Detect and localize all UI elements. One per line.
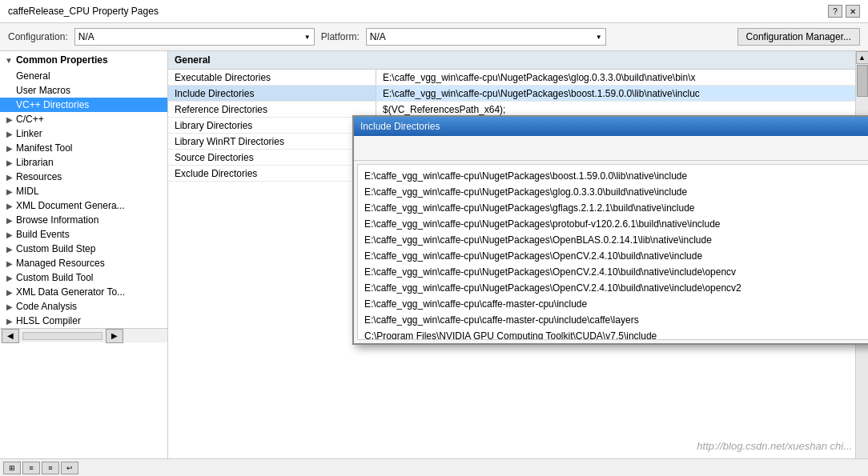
cpp-expand-icon: ▶ xyxy=(6,115,13,124)
code-analysis-expand-icon: ▶ xyxy=(6,302,13,311)
configuration-select[interactable]: N/A ▼ xyxy=(74,28,315,46)
dir-line-7[interactable]: E:\caffe_vgg_win\caffe-cpu\NugetPackages… xyxy=(361,264,868,280)
bottom-icon-4[interactable]: ↩ xyxy=(61,462,78,474)
common-properties-label: Common Properties xyxy=(16,54,108,66)
hlsl-expand-icon: ▶ xyxy=(6,317,13,326)
custom-build-tool-label: Custom Build Tool xyxy=(16,272,94,283)
sidebar-item-general[interactable]: General xyxy=(0,69,167,83)
sidebar-item-cpp[interactable]: ▶ C/C++ xyxy=(0,112,167,126)
sidebar-section-common-properties[interactable]: ▼ Common Properties xyxy=(0,51,167,69)
scroll-right-btn[interactable]: ▶ xyxy=(106,329,123,343)
linker-label: Linker xyxy=(16,128,42,139)
sidebar-item-vc-directories[interactable]: VC++ Directories xyxy=(0,98,167,112)
platform-label: Platform: xyxy=(321,31,360,42)
linker-expand-icon: ▶ xyxy=(6,130,13,138)
midl-expand-icon: ▶ xyxy=(6,187,13,196)
expand-icon: ▼ xyxy=(5,56,13,65)
dir-line-2[interactable]: E:\caffe_vgg_win\caffe-cpu\NugetPackages… xyxy=(361,184,868,200)
sidebar-item-manifest-tool[interactable]: ▶ Manifest Tool xyxy=(0,141,167,155)
dir-line-6[interactable]: E:\caffe_vgg_win\caffe-cpu\NugetPackages… xyxy=(361,248,868,264)
managed-resources-label: Managed Resources xyxy=(16,258,105,269)
dir-line-11[interactable]: C:\Program Files\NVIDIA GPU Computing To… xyxy=(361,328,868,340)
config-label: Configuration: xyxy=(8,31,68,42)
platform-select[interactable]: N/A ▼ xyxy=(366,28,606,46)
code-analysis-label: Code Analysis xyxy=(16,301,77,312)
platform-arrow-icon: ▼ xyxy=(596,34,602,41)
dir-line-9[interactable]: E:\caffe_vgg_win\caffe-cpu\caffe-master-… xyxy=(361,296,868,312)
resources-label: Resources xyxy=(16,171,62,182)
custom-build-step-label: Custom Build Step xyxy=(16,243,95,254)
librarian-label: Librarian xyxy=(16,157,54,168)
bottom-icon-1[interactable]: ⊞ xyxy=(3,462,21,474)
dialog-title-bar: Include Directories ? ✕ xyxy=(354,117,868,136)
xml-data-expand-icon: ▶ xyxy=(6,288,13,297)
title-bar-buttons: ? ✕ xyxy=(828,5,860,18)
dir-line-3[interactable]: E:\caffe_vgg_win\caffe-cpu\NugetPackages… xyxy=(361,200,868,216)
configuration-manager-button[interactable]: Configuration Manager... xyxy=(737,28,860,46)
dir-line-4[interactable]: E:\caffe_vgg_win\caffe-cpu\NugetPackages… xyxy=(361,216,868,232)
general-label: General xyxy=(16,70,50,82)
dialog-overlay: Include Directories ? ✕ ✕ ↓ xyxy=(168,51,868,471)
content-area: General Executable Directories E:\caffe_… xyxy=(168,51,868,471)
sidebar-item-managed-resources[interactable]: ▶ Managed Resources xyxy=(0,256,167,270)
bottom-icon-3[interactable]: ≡ xyxy=(42,462,59,474)
close-button[interactable]: ✕ xyxy=(846,5,860,18)
cpp-label: C/C++ xyxy=(16,114,44,125)
sidebar-item-build-events[interactable]: ▶ Build Events xyxy=(0,227,167,242)
sidebar-item-xml-data-gen[interactable]: ▶ XML Data Generator To... xyxy=(0,285,167,299)
xml-doc-label: XML Document Genera... xyxy=(16,200,125,211)
resources-expand-icon: ▶ xyxy=(6,173,13,182)
sidebar-item-browse-info[interactable]: ▶ Browse Information xyxy=(0,213,167,227)
sidebar-item-librarian[interactable]: ▶ Librarian xyxy=(0,155,167,170)
manifest-expand-icon: ▶ xyxy=(6,144,13,153)
config-bar: Configuration: N/A ▼ Platform: N/A ▼ Con… xyxy=(0,23,868,51)
scroll-left-btn[interactable]: ◀ xyxy=(2,329,19,343)
xml-data-gen-label: XML Data Generator To... xyxy=(16,286,125,298)
dialog-toolbar: ✕ ↓ ↑ xyxy=(354,136,868,161)
sidebar-item-custom-build-step[interactable]: ▶ Custom Build Step xyxy=(0,242,167,256)
sidebar: ▼ Common Properties General User Macros … xyxy=(0,51,168,471)
main-layout: ▼ Common Properties General User Macros … xyxy=(0,51,868,471)
title-bar: caffeRelease_CPU Property Pages ? ✕ xyxy=(0,0,868,23)
config-arrow-icon: ▼ xyxy=(304,34,311,41)
browse-info-label: Browse Information xyxy=(16,214,98,226)
build-events-expand-icon: ▶ xyxy=(6,230,13,239)
help-button[interactable]: ? xyxy=(828,5,842,18)
librarian-expand-icon: ▶ xyxy=(6,158,13,167)
sidebar-scroll-controls: ◀ ▶ xyxy=(0,327,125,345)
window-title: caffeRelease_CPU Property Pages xyxy=(8,6,159,17)
sidebar-item-midl[interactable]: ▶ MIDL xyxy=(0,184,167,198)
browse-expand-icon: ▶ xyxy=(6,216,13,225)
sidebar-item-code-analysis[interactable]: ▶ Code Analysis xyxy=(0,299,167,314)
sidebar-item-user-macros[interactable]: User Macros xyxy=(0,83,167,98)
dialog-title-text: Include Directories xyxy=(360,121,440,132)
build-events-label: Build Events xyxy=(16,229,70,240)
xml-doc-expand-icon: ▶ xyxy=(6,202,13,210)
sidebar-item-linker[interactable]: ▶ Linker xyxy=(0,126,167,141)
dir-line-8[interactable]: E:\caffe_vgg_win\caffe-cpu\NugetPackages… xyxy=(361,280,868,296)
sidebar-scrollbar[interactable]: ◀ ▶ xyxy=(0,328,167,342)
manifest-tool-label: Manifest Tool xyxy=(16,142,72,154)
sidebar-item-custom-build-tool[interactable]: ▶ Custom Build Tool xyxy=(0,270,167,285)
sidebar-item-xml-doc[interactable]: ▶ XML Document Genera... xyxy=(0,198,167,213)
sidebar-item-hlsl-compiler[interactable]: ▶ HLSL Compiler xyxy=(0,314,167,328)
managed-resources-expand-icon: ▶ xyxy=(6,259,13,268)
user-macros-label: User Macros xyxy=(16,85,70,96)
dir-line-10[interactable]: E:\caffe_vgg_win\caffe-cpu\caffe-master-… xyxy=(361,312,868,328)
sidebar-item-resources[interactable]: ▶ Resources xyxy=(0,170,167,184)
vc-directories-label: VC++ Directories xyxy=(16,99,89,110)
dialog-content[interactable]: E:\caffe_vgg_win\caffe-cpu\NugetPackages… xyxy=(357,164,868,340)
custom-build-tool-expand-icon: ▶ xyxy=(6,274,13,282)
dir-line-1[interactable]: E:\caffe_vgg_win\caffe-cpu\NugetPackages… xyxy=(361,168,868,184)
include-directories-dialog: Include Directories ? ✕ ✕ ↓ xyxy=(352,115,868,345)
bottom-icon-2[interactable]: ≡ xyxy=(22,462,40,474)
custom-build-step-expand-icon: ▶ xyxy=(6,245,13,254)
midl-label: MIDL xyxy=(16,186,39,197)
hlsl-compiler-label: HLSL Compiler xyxy=(16,315,81,326)
dir-line-5[interactable]: E:\caffe_vgg_win\caffe-cpu\NugetPackages… xyxy=(361,232,868,248)
